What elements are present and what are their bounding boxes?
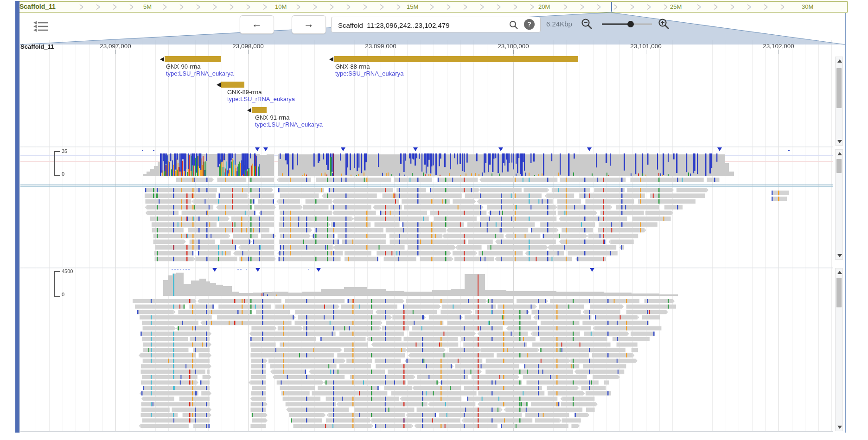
- minus-strand-arrow-icon: [217, 83, 221, 87]
- genome-browser: Scaffold_11 >>>>>>>>>>>>>>>>>>>>>>>>>>>>…: [0, 0, 868, 440]
- coverage-scale-max-1: 35: [62, 148, 67, 154]
- gene-feature[interactable]: [165, 56, 221, 62]
- zoom-out-button[interactable]: [581, 18, 594, 31]
- tracks-canvas[interactable]: [0, 0, 868, 440]
- coverage-scale-min-2: 0: [62, 292, 64, 297]
- minus-strand-arrow-icon: [247, 108, 251, 113]
- feature-name-label: GNX-88-rrna: [335, 63, 370, 70]
- scroll-down-arrow[interactable]: [837, 140, 842, 143]
- ruler-tick-mark: [381, 50, 381, 54]
- track-scrollbar-3[interactable]: [835, 268, 843, 431]
- ruler-tick-label: 23,102,000: [746, 43, 811, 50]
- scroll-up-arrow[interactable]: [837, 59, 842, 63]
- ruler-tick-label: 23,100,000: [481, 43, 546, 50]
- feature-type-label: type:LSU_rRNA_eukarya: [255, 121, 323, 128]
- left-panel-rail: [15, 1, 19, 433]
- track-scrollbar-2[interactable]: [835, 149, 843, 260]
- track-scrollbar-1[interactable]: [835, 57, 843, 146]
- coverage-scale-min-1: 0: [62, 171, 64, 177]
- coverage-scale-bracket-2: [54, 271, 60, 297]
- feature-type-label: type:LSU_rRNA_eukarya: [166, 70, 234, 77]
- minus-strand-arrow-icon: [160, 57, 164, 62]
- coverage-scale-max-2: 4500: [62, 268, 73, 274]
- feature-type-label: type:LSU_rRNA_eukarya: [227, 96, 295, 102]
- scrollbar-thumb[interactable]: [836, 159, 842, 173]
- feature-name-label: GNX-91-rrna: [255, 114, 289, 121]
- feature-type-label: type:SSU_rRNA_eukarya: [335, 70, 403, 77]
- coverage-scale-bracket-1: [54, 151, 60, 176]
- ruler-tick-mark: [779, 50, 779, 54]
- gene-feature[interactable]: [252, 107, 267, 113]
- zoom-slider[interactable]: [601, 20, 653, 28]
- location-search-box[interactable]: [331, 17, 541, 32]
- feature-name-label: GNX-90-rrna: [166, 63, 200, 70]
- scroll-up-arrow[interactable]: [837, 152, 842, 155]
- location-search-input[interactable]: [337, 18, 506, 32]
- help-button[interactable]: ?: [524, 19, 535, 30]
- right-border-rail: [845, 13, 846, 433]
- zoom-extent-label: 6.24Kbp: [546, 20, 572, 28]
- zoom-slider-handle[interactable]: [627, 21, 634, 27]
- scrollbar-thumb[interactable]: [836, 278, 842, 307]
- ruler-scaffold-label: Scaffold_11: [20, 43, 54, 50]
- ruler-tick-label: 23,098,000: [216, 43, 281, 50]
- gene-feature[interactable]: [221, 82, 244, 88]
- zoom-in-button[interactable]: [657, 18, 670, 31]
- back-button[interactable]: ←: [240, 15, 274, 34]
- forward-button[interactable]: →: [292, 15, 326, 34]
- minus-strand-arrow-icon: [329, 57, 333, 62]
- ruler-tick-mark: [646, 50, 646, 54]
- ruler-tick-label: 23,099,000: [348, 43, 413, 50]
- track-selector-button[interactable]: [32, 20, 49, 33]
- search-icon[interactable]: [509, 20, 519, 30]
- ruler-tick-mark: [248, 50, 249, 54]
- ruler-tick-mark: [115, 50, 116, 54]
- scrollbar-thumb[interactable]: [836, 68, 842, 108]
- ruler-tick-label: 23,097,000: [83, 43, 148, 50]
- scroll-up-arrow[interactable]: [837, 271, 842, 274]
- scroll-down-arrow[interactable]: [837, 254, 842, 257]
- ruler-tick-mark: [513, 50, 514, 54]
- feature-name-label: GNX-89-rrna: [227, 89, 262, 96]
- gene-feature[interactable]: [334, 56, 578, 62]
- ruler-tick-label: 23,101,000: [613, 43, 678, 50]
- scroll-down-arrow[interactable]: [837, 426, 842, 429]
